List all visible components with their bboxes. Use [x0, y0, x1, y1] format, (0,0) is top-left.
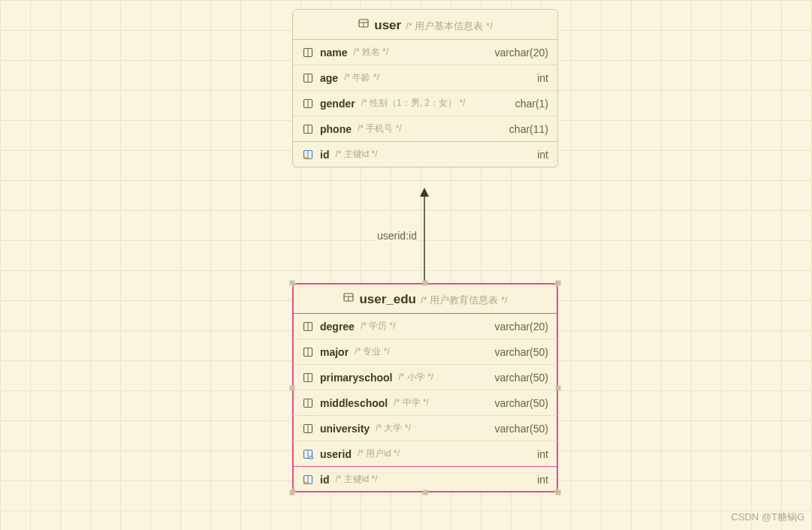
- table-icon: [343, 291, 355, 303]
- column-comment: /* 手机号 */: [358, 122, 402, 135]
- column-row[interactable]: primaryschool/* 小学 */varchar(50): [293, 364, 557, 390]
- column-comment: /* 大学 */: [376, 422, 411, 435]
- table-user-edu-columns: degree/* 学历 */varchar(20)major/* 专业 */va…: [293, 314, 557, 492]
- column-type: char(11): [509, 123, 548, 135]
- column-type: char(1): [515, 98, 548, 110]
- column-comment: /* 年龄 */: [344, 71, 379, 84]
- column-type: int: [537, 72, 548, 84]
- selection-handle[interactable]: [556, 490, 561, 495]
- column-icon: [302, 346, 314, 358]
- svg-rect-15: [306, 158, 309, 158]
- column-type: varchar(20): [494, 321, 548, 333]
- column-comment: /* 主键id */: [335, 148, 377, 161]
- column-type: varchar(50): [494, 372, 548, 384]
- selection-handle[interactable]: [290, 490, 295, 495]
- foreign-key-icon: [302, 448, 314, 460]
- svg-rect-35: [306, 483, 309, 483]
- column-row[interactable]: id/* 主键id */int: [293, 141, 557, 167]
- column-comment: /* 用户id */: [358, 447, 400, 460]
- column-comment: /* 姓名 */: [354, 46, 389, 59]
- column-type: int: [537, 474, 548, 486]
- column-comment: /* 性别（1：男, 2：女） */: [361, 97, 466, 110]
- column-row[interactable]: name/* 姓名 */varchar(20): [293, 40, 557, 65]
- column-icon: [302, 423, 314, 435]
- column-icon: [302, 47, 314, 59]
- table-user-header: user /* 用户基本信息表 */: [293, 10, 557, 40]
- column-icon: [302, 72, 314, 84]
- column-type: varchar(50): [494, 423, 548, 435]
- table-user-edu[interactable]: user_edu /* 用户教育信息表 */ degree/* 学历 */var…: [292, 283, 558, 492]
- column-type: varchar(50): [494, 397, 548, 409]
- column-row[interactable]: phone/* 手机号 */char(11): [293, 116, 557, 141]
- column-icon: [302, 397, 314, 409]
- primary-key-icon: [302, 149, 314, 161]
- column-name: name: [320, 47, 348, 59]
- column-row[interactable]: gender/* 性别（1：男, 2：女） */char(1): [293, 90, 557, 116]
- column-comment: /* 专业 */: [355, 345, 390, 358]
- column-row[interactable]: middleschool/* 中学 */varchar(50): [293, 390, 557, 415]
- relation-label: userid:id: [376, 230, 418, 242]
- column-type: varchar(20): [494, 47, 548, 59]
- table-user-title: user: [374, 18, 401, 33]
- column-comment: /* 小学 */: [398, 371, 433, 384]
- column-type: int: [537, 149, 548, 161]
- table-user-columns: name/* 姓名 */varchar(20)age/* 年龄 */intgen…: [293, 40, 557, 167]
- column-icon: [302, 98, 314, 110]
- table-user-edu-title: user_edu: [359, 292, 416, 307]
- column-row[interactable]: university/* 大学 */varchar(50): [293, 415, 557, 441]
- column-name: major: [320, 346, 349, 358]
- selection-handle[interactable]: [556, 385, 561, 390]
- column-name: userid: [320, 448, 352, 460]
- selection-handle[interactable]: [556, 281, 561, 286]
- table-user-edu-comment: /* 用户教育信息表 */: [421, 294, 508, 307]
- column-row[interactable]: userid/* 用户id */int: [293, 441, 557, 466]
- column-icon: [302, 321, 314, 333]
- column-name: degree: [320, 321, 355, 333]
- column-comment: /* 中学 */: [394, 396, 429, 409]
- column-row[interactable]: id/* 主键id */int: [293, 466, 557, 492]
- column-name: university: [320, 423, 370, 435]
- selection-handle[interactable]: [423, 281, 428, 286]
- table-user-comment: /* 用户基本信息表 */: [406, 20, 493, 33]
- column-comment: /* 学历 */: [361, 320, 396, 333]
- column-name: age: [320, 72, 338, 84]
- column-name: gender: [320, 98, 355, 110]
- selection-handle[interactable]: [290, 281, 295, 286]
- table-user[interactable]: user /* 用户基本信息表 */ name/* 姓名 */varchar(2…: [292, 9, 558, 167]
- column-name: phone: [320, 123, 352, 135]
- table-user-edu-header: user_edu /* 用户教育信息表 */: [293, 284, 557, 314]
- watermark: CSDN @T糖锅G: [731, 510, 804, 524]
- primary-key-icon: [302, 474, 314, 486]
- column-comment: /* 主键id */: [335, 473, 377, 486]
- column-icon: [302, 123, 314, 135]
- column-row[interactable]: degree/* 学历 */varchar(20): [293, 314, 557, 339]
- column-name: id: [320, 474, 329, 486]
- column-type: varchar(50): [494, 346, 548, 358]
- svg-point-31: [309, 456, 312, 459]
- column-row[interactable]: major/* 专业 */varchar(50): [293, 339, 557, 364]
- column-name: primaryschool: [320, 372, 392, 384]
- column-icon: [302, 372, 314, 384]
- column-row[interactable]: age/* 年龄 */int: [293, 65, 557, 90]
- column-type: int: [537, 448, 548, 460]
- column-name: middleschool: [320, 397, 388, 409]
- table-icon: [358, 17, 370, 29]
- column-name: id: [320, 149, 329, 161]
- selection-handle[interactable]: [290, 385, 295, 390]
- selection-handle[interactable]: [423, 490, 428, 495]
